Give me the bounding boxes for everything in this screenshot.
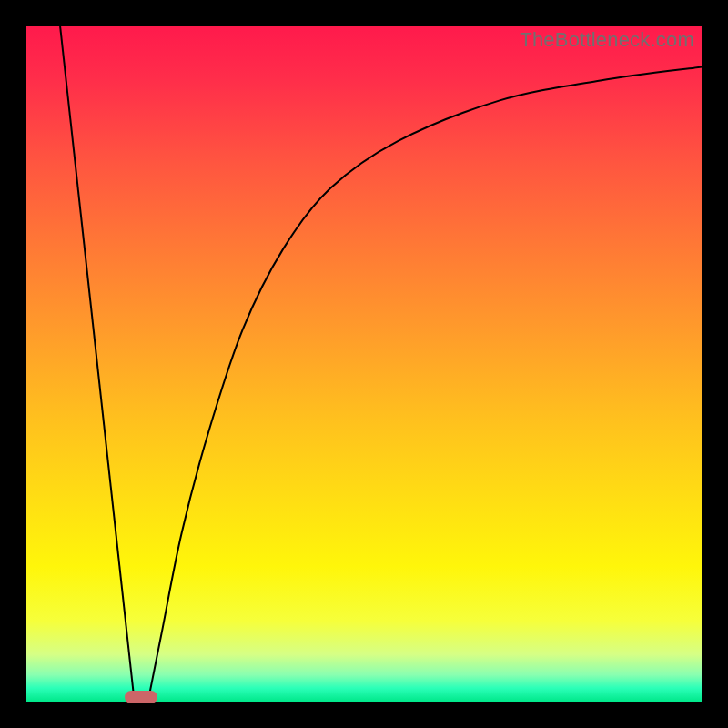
plot-area: TheBottleneck.com bbox=[26, 26, 702, 702]
optimum-marker bbox=[125, 691, 157, 703]
curve-layer bbox=[26, 26, 702, 702]
chart-frame: TheBottleneck.com bbox=[0, 0, 728, 728]
right-ascent-path bbox=[148, 67, 702, 703]
left-descent-path bbox=[60, 26, 135, 702]
